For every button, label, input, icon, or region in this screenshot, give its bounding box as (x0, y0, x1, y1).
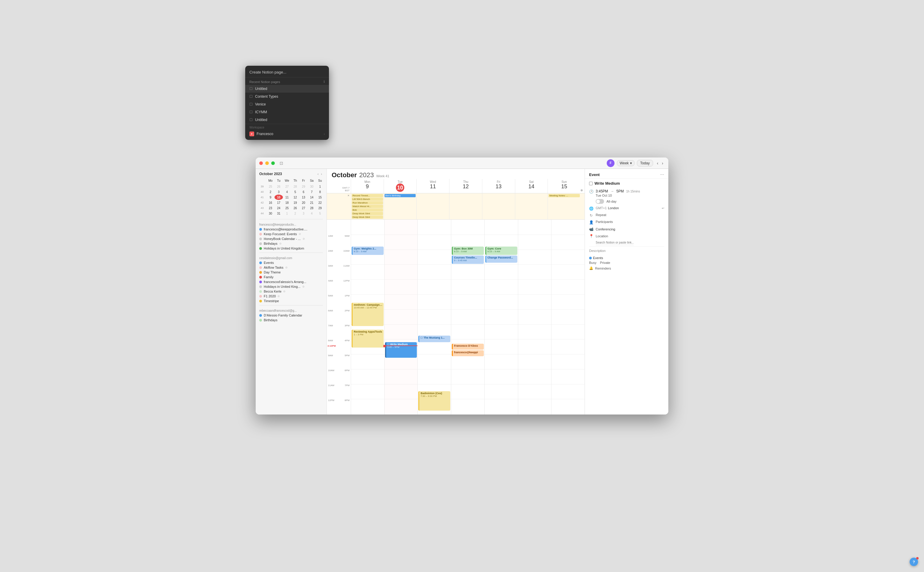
event-mustang[interactable]: ☐ The Mustang 1... (418, 336, 450, 342)
banner-event[interactable]: Deep Work Stint (352, 212, 383, 215)
today-button[interactable]: Today (637, 160, 653, 166)
notion-help-icon[interactable]: ℹ (324, 80, 325, 84)
day-header-tue[interactable]: Tue 10 (384, 179, 416, 193)
avatar[interactable]: F (607, 159, 614, 167)
time-row: 🕐 3:45PM → 5PM 1h 15mins Tue Oct 10 (589, 188, 664, 199)
notion-item-icymm[interactable]: ☐ ICYMM (245, 108, 329, 116)
event-badminton[interactable]: Badminton (Ces) 7:30 – 9:30 PM (418, 391, 450, 410)
day-header-sun[interactable]: Sun 15 (547, 179, 580, 193)
calendar-item-timestripe[interactable]: Timestripe (256, 298, 327, 303)
help-button[interactable]: ? (910, 558, 918, 566)
calendar-item-birthdays-3[interactable]: Birthdays (256, 318, 327, 322)
event-francesco-daless[interactable]: Francesco D'Aless (452, 344, 484, 350)
event-gym-box[interactable]: Gym: Box 30M 8:15 – 9 AM (452, 247, 484, 255)
calendar-item-dalessio-family[interactable]: D'Alessio Family Calendar (256, 313, 327, 318)
calendar-item-f1[interactable]: F1 2020 ⊘ (256, 294, 327, 298)
notion-item-untitled-2[interactable]: ☐ Untitled (245, 116, 329, 124)
private-label[interactable]: Private (600, 261, 610, 264)
calendar-item-holidays-uk-2[interactable]: Holidays in United King... ⊘ (256, 284, 327, 289)
calendar-item-keepfocused[interactable]: Keep Focused: Events ⊘ (256, 232, 327, 236)
day-col-fri[interactable]: Gym: Core 8:15 – 9 AM Change Password... (485, 220, 518, 415)
notion-workspace-item[interactable]: F Francesco › (249, 130, 325, 137)
allday-toggle[interactable] (596, 199, 604, 204)
close-button[interactable] (259, 162, 263, 165)
banner-event[interactable]: Bob (352, 208, 383, 211)
notion-item-untitled-1[interactable]: ☐ Untitled (245, 85, 329, 93)
view-selector[interactable]: Week ▾ (617, 160, 634, 166)
calendar-item-akiflow[interactable]: Akiflow Tasks ⊘ (256, 265, 327, 270)
banner-event[interactable]: Watch Messi Hi... (352, 205, 383, 208)
reminders-label[interactable]: Reminders (595, 267, 611, 270)
day-col-tue[interactable]: ☐ Write Medium 3:45 – 5PM (384, 220, 418, 415)
sidebar-toggle-icon[interactable]: ⊡ (280, 161, 283, 166)
timezone-edit-icon[interactable]: ↩ (662, 207, 664, 210)
cal-dot (259, 290, 262, 293)
repeat-label[interactable]: Repeat (596, 213, 606, 217)
busy-label[interactable]: Busy (589, 261, 596, 264)
event-gym-core[interactable]: Gym: Core 8:15 – 9 AM (485, 247, 517, 255)
page-icon: ☐ (249, 95, 253, 99)
scrollable-body[interactable]: 1AM9AM 2AM10AM 3AM11AM 4AM12PM 5AM1PM 6A… (327, 220, 584, 415)
prev-arrow[interactable]: ‹ (656, 160, 660, 166)
calendar-item-keepproductive[interactable]: francesco@keepproductive.... (256, 227, 327, 232)
workspace-icon: F (249, 132, 254, 136)
mini-cal-title: October 2023 (259, 172, 282, 176)
day-header-mon[interactable]: Mon 9 (351, 179, 384, 193)
event-francesco-keeppi[interactable]: francesco@keeppi (452, 350, 484, 356)
banner-event[interactable]: Deep Work Stint (352, 216, 383, 219)
event-mmhmm[interactable]: mmhmm: Campaign [Film & Edit] 10:45 AM –… (352, 303, 384, 326)
event-change-passwords[interactable]: Change Password... (485, 255, 517, 263)
event-write-medium[interactable]: ☐ Write Medium 3:45 – 5PM (385, 342, 417, 358)
notion-search-input[interactable] (596, 240, 634, 245)
hidden-icon: ⊘ (279, 242, 282, 245)
calendar-item-birthdays-1[interactable]: Birthdays ⊘ (256, 241, 327, 246)
event-reviewing[interactable]: Reviewing Apps/Tools 1 – 3 PM (352, 330, 384, 348)
day-col-thu[interactable]: Gym: Box 30M 8:15 – 9 AM Courses Timelin… (451, 220, 485, 415)
calendar-item-holidays-uk[interactable]: Holidays in United Kingdom (256, 246, 327, 251)
banner-event[interactable]: Record Timest... (352, 194, 383, 197)
event-detail: Write Medium 🕐 3:45PM → 5PM 1h 15mins Tu… (585, 179, 668, 274)
event-options-button[interactable]: ··· (660, 172, 664, 177)
day-header-fri[interactable]: Fri 13 (482, 179, 515, 193)
calendar-item-daytheme[interactable]: Day Theme (256, 270, 327, 275)
day-col-mon[interactable]: Gym: Weights 2... 8:15 – 9 AM mmhmm: Cam… (351, 220, 384, 415)
allday-event-birthday[interactable]: Ben's Birthday (385, 194, 416, 197)
mini-cal-week-43: 43 23 24 25 26 27 28 29 (258, 205, 324, 211)
week-header-row: GMT-7 BST Mon 9 Tue 10 Wed 11 (327, 179, 584, 193)
maximize-button[interactable] (271, 162, 275, 165)
account-1-label: francesco@keepproductiv... (256, 221, 327, 227)
notion-item-venice[interactable]: ☐ Venice (245, 100, 329, 108)
notion-item-content-types[interactable]: ☐ Content Types (245, 93, 329, 100)
repeat-icon: ↻ (589, 213, 593, 218)
mini-cal-prev[interactable]: ‹ (317, 172, 319, 176)
calendar-item-family[interactable]: Family (256, 275, 327, 280)
allday-event-meeting[interactable]: Meeting Notes: ... (548, 194, 580, 197)
mini-calendar: October 2023 ‹ › Mo Tu We Th Fr Sa (256, 169, 327, 217)
event-gym-weights[interactable]: Gym: Weights 2... 8:15 – 9 AM (352, 247, 384, 255)
conferencing-label[interactable]: Conferencing (596, 227, 615, 231)
banner-event[interactable]: Run Marathon (352, 201, 383, 204)
cal-dot (259, 319, 262, 322)
calendar-item-events[interactable]: Events (256, 260, 327, 265)
event-courses[interactable]: Courses Timelin... 9 – 9:45 AM (452, 255, 484, 264)
event-checkbox[interactable] (589, 182, 593, 185)
calendar-item-francescod[interactable]: francescod'alessio's Arrang... (256, 280, 327, 284)
cal-dot (259, 300, 262, 302)
page-icon: ☐ (249, 110, 253, 114)
mini-cal-today[interactable]: 10 (274, 194, 283, 200)
next-arrow[interactable]: › (660, 160, 665, 166)
participants-label[interactable]: Participants (596, 220, 613, 224)
mini-cal-week-41: 41 9 10 11 12 13 14 15 (258, 194, 324, 200)
minimize-button[interactable] (265, 162, 269, 165)
day-col-sun[interactable] (551, 220, 584, 415)
day-header-sat[interactable]: Sat 14 (515, 179, 548, 193)
mini-cal-next[interactable]: › (320, 172, 323, 176)
calendar-item-becca[interactable]: Becca Kerle ⊘ (256, 289, 327, 294)
banner-events-row: ✕ Record Timest... Lift 50KG Bench Run M… (327, 193, 584, 220)
day-col-sat[interactable] (518, 220, 552, 415)
day-header-wed[interactable]: Wed 11 (416, 179, 449, 193)
day-header-thu[interactable]: Thu 12 (449, 179, 482, 193)
calendar-item-honeybook[interactable]: HoneyBook Calendar - ... ⊘ (256, 236, 327, 241)
day-col-wed[interactable]: ☐ The Mustang 1... Badminton (Ces) 7:30 … (418, 220, 451, 415)
banner-event[interactable]: Lift 50KG Bench (352, 197, 383, 201)
